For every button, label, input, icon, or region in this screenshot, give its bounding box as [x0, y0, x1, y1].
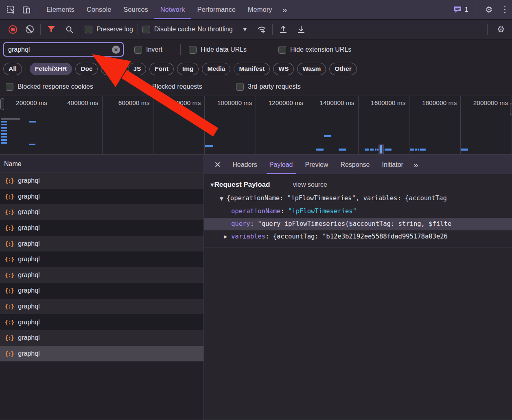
request-row[interactable]: {:}graphql — [0, 346, 203, 362]
tab-elements[interactable]: Elements — [40, 0, 81, 19]
payload-entry-row[interactable]: ▶variables: {accountTag: "b12e3b2192ee55… — [204, 230, 512, 243]
request-name: graphql — [18, 334, 39, 341]
network-overview-timeline[interactable]: 200000 ms400000 ms600000 ms800000 ms1000… — [0, 96, 512, 155]
request-timeline-bar — [380, 145, 382, 153]
type-filter-css[interactable]: CSS — [101, 63, 125, 75]
request-row[interactable]: {:}graphql — [0, 283, 203, 299]
filter-input[interactable] — [4, 46, 112, 53]
clear-filter-icon[interactable]: × — [112, 46, 120, 54]
request-row[interactable]: {:}graphql — [0, 236, 203, 252]
main-tabbar: ElementsConsoleSourcesNetworkPerformance… — [0, 0, 512, 20]
colon: : — [265, 233, 273, 240]
details-tab-payload[interactable]: Payload — [263, 155, 299, 174]
throttling-select[interactable]: No throttling ▼ — [197, 26, 247, 33]
tab-network[interactable]: Network — [154, 0, 191, 19]
section-title: Request Payload — [214, 181, 270, 189]
timeline-scroll-handle-right[interactable] — [510, 103, 512, 115]
details-tab-headers[interactable]: Headers — [226, 155, 263, 174]
clear-network-log-button[interactable] — [24, 23, 36, 35]
more-tabs-chevron-icon[interactable]: » — [278, 0, 290, 19]
hide-extension-urls-toggle: Hide extension URLs — [278, 39, 351, 60]
payload-preview-line[interactable]: ▼{operationName: "ipFlowTimeseries", var… — [204, 192, 512, 205]
preserve-log-label: Preserve log — [96, 26, 133, 33]
tab-performance[interactable]: Performance — [191, 0, 241, 19]
details-tab-response[interactable]: Response — [334, 155, 376, 174]
request-row[interactable]: {:}graphql — [0, 299, 203, 315]
json-braces-icon: {:} — [5, 177, 14, 184]
preserve-log-checkbox[interactable] — [85, 26, 92, 33]
request-timeline-bar — [1, 133, 7, 135]
type-filter-all[interactable]: All — [3, 63, 22, 75]
disable-cache-toggle: Disable cache — [142, 26, 195, 33]
type-filter-doc[interactable]: Doc — [75, 63, 98, 75]
tab-memory[interactable]: Memory — [242, 0, 278, 19]
issues-button[interactable]: 1 — [449, 0, 473, 19]
triangle-down-icon[interactable]: ▼ — [210, 182, 214, 188]
timeline-tick-label: 600000 ms — [118, 99, 150, 107]
name-column-header[interactable]: Name — [0, 155, 203, 173]
details-tab-initiator[interactable]: Initiator — [376, 155, 409, 174]
tab-console[interactable]: Console — [81, 0, 118, 19]
json-braces-icon: {:} — [5, 335, 14, 341]
type-filter-fetch-xhr[interactable]: Fetch/XHR — [30, 63, 72, 75]
request-timeline-bar — [205, 145, 213, 147]
network-settings-gear-icon[interactable]: ⚙ — [492, 24, 510, 34]
request-row[interactable]: {:}graphql — [0, 314, 203, 330]
hide-extension-urls-checkbox[interactable] — [278, 46, 286, 54]
export-har-icon[interactable] — [295, 23, 307, 35]
payload-key: operationName — [231, 208, 280, 215]
throttling-value: No throttling — [197, 26, 232, 33]
timeline-scroll-handle-left[interactable] — [0, 98, 4, 110]
type-filter-img[interactable]: Img — [177, 63, 199, 75]
triangle-right-icon[interactable]: ▶ — [224, 230, 227, 243]
invert-checkbox[interactable] — [134, 46, 142, 54]
device-toolbar-icon[interactable] — [20, 3, 33, 17]
payload-entry-row[interactable]: operationName: "ipFlowTimeseries" — [204, 205, 512, 218]
more-options-icon[interactable] — [498, 0, 512, 19]
invert-toggle: Invert — [134, 39, 162, 60]
request-timeline-bar — [1, 124, 7, 125]
request-timeline-bar — [1, 142, 7, 144]
blocked-cookies-checkbox[interactable] — [6, 83, 13, 91]
request-row[interactable]: {:}graphql — [0, 330, 203, 346]
import-har-icon[interactable] — [277, 23, 289, 35]
request-row[interactable]: {:}graphql — [0, 173, 203, 189]
type-filter-media[interactable]: Media — [202, 63, 230, 75]
details-more-tabs-chevron-icon[interactable]: » — [409, 155, 422, 174]
type-filter-wasm[interactable]: Wasm — [297, 63, 326, 75]
blocked-requests-toggle: Blocked requests — [140, 78, 202, 96]
request-row[interactable]: {:}graphql — [0, 267, 203, 283]
record-network-log-button[interactable] — [7, 23, 19, 35]
request-timeline-bar — [418, 149, 419, 151]
details-tab-preview[interactable]: Preview — [299, 155, 335, 174]
request-row[interactable]: {:}graphql — [0, 220, 203, 236]
close-icon[interactable]: × — [209, 155, 226, 174]
timeline-column: 200000 ms — [0, 96, 51, 155]
type-filter-other[interactable]: Other — [329, 63, 357, 75]
disable-cache-checkbox[interactable] — [142, 26, 150, 33]
request-name: graphql — [18, 240, 39, 247]
hide-data-urls-checkbox[interactable] — [189, 46, 197, 54]
filter-funnel-icon[interactable] — [45, 23, 57, 35]
inspect-element-icon[interactable] — [4, 3, 18, 17]
third-party-checkbox[interactable] — [236, 83, 244, 91]
type-filter-js[interactable]: JS — [128, 63, 146, 75]
timeline-tick-label: 1000000 ms — [217, 99, 252, 107]
type-filter-font[interactable]: Font — [149, 63, 174, 75]
network-conditions-icon[interactable] — [256, 23, 268, 35]
settings-gear-icon[interactable]: ⚙ — [480, 0, 498, 19]
type-filter-ws[interactable]: WS — [273, 63, 294, 75]
request-name: graphql — [18, 208, 39, 216]
request-row[interactable]: {:}graphql — [0, 189, 203, 205]
divider — [26, 63, 26, 74]
message-bubble-icon — [453, 5, 462, 14]
request-row[interactable]: {:}graphql — [0, 252, 203, 267]
view-source-link[interactable]: view source — [293, 181, 327, 188]
tab-sources[interactable]: Sources — [117, 0, 154, 19]
request-row[interactable]: {:}graphql — [0, 204, 203, 220]
payload-entry-row[interactable]: query: "query ipFlowTimeseries($accountT… — [204, 218, 512, 230]
type-filter-manifest[interactable]: Manifest — [234, 63, 270, 75]
blocked-requests-checkbox[interactable] — [140, 83, 148, 91]
search-icon[interactable] — [63, 23, 75, 35]
request-timeline-bar — [1, 121, 7, 122]
